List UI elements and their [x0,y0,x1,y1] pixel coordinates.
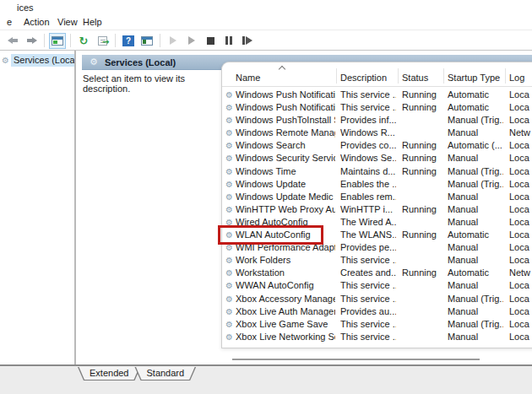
forward-button[interactable] [23,33,40,49]
cell-status: Running [402,267,442,279]
cell-name: Windows Remote Manage... [236,127,335,139]
cell-status: Running [402,203,442,216]
back-arrow-icon [8,37,19,45]
services-emblem-icon: ⚙ [90,57,98,67]
table-row[interactable]: ⚙Windows PushToInstall Serv...Provides i… [222,114,532,127]
cell-log-on-as: Loca [509,331,532,343]
service-gear-icon: ⚙ [225,318,233,331]
show-console-tree-icon [141,36,153,46]
menu-item-help[interactable]: Help [83,17,102,27]
table-row[interactable]: ⚙Windows Update Medic Ser...Enables rem.… [222,191,532,203]
restart-service-button[interactable] [239,33,256,49]
menu-item-view[interactable]: View [57,17,78,27]
pause-service-button[interactable] [220,33,237,49]
refresh-button[interactable]: ↻ [75,33,92,49]
cell-description: The Wired A... [340,216,396,229]
cell-description: Provides au... [340,305,396,318]
back-button[interactable] [4,33,21,49]
cell-name: Xbox Live Game Save [236,318,335,331]
service-gear-icon: ⚙ [225,279,233,292]
service-gear-icon: ⚙ [225,152,233,165]
cell-status: Running [402,229,442,241]
resume-service-button[interactable] [183,33,200,49]
table-row[interactable]: ⚙Windows UpdateEnables the ...Manual (Tr… [222,178,532,191]
cell-name: Windows Update Medic Ser... [236,191,335,203]
table-row[interactable]: ⚙WWAN AutoConfigThis service ...ManualLo… [222,279,532,292]
cell-startup-type: Manual [448,331,503,343]
cell-log-on-as: Loca [509,114,532,127]
menu-item-e[interactable]: e [7,17,12,27]
restart-service-icon [242,36,245,45]
horizontal-scrollbar[interactable] [232,359,480,360]
service-gear-icon: ⚙ [225,191,233,203]
menu-bar: eActionViewHelp [0,15,532,30]
table-row[interactable]: ⚙Work FoldersThis service ...ManualLoca [222,254,532,267]
start-service-button[interactable] [165,33,182,49]
cell-log-on-as: Loca [509,152,532,165]
cell-startup-type: Manual (Trig... [448,165,503,178]
table-row[interactable]: ⚙Xbox Live Networking ServiceThis servic… [222,331,532,343]
cell-name: WWAN AutoConfig [236,279,335,292]
cell-startup-type: Manual [448,279,503,292]
cell-log-on-as: Loca [509,293,532,305]
cell-name: Work Folders [236,254,335,267]
table-row[interactable]: ⚙Windows Remote Manage...Windows R...Man… [222,127,532,139]
toolbar: ↻ → ? [0,31,532,50]
toolbar-separator [70,34,71,47]
cell-log-on-as: Loca [509,216,532,229]
list-header-row: NameDescriptionStatusStartup TypeLog [222,62,532,87]
cell-name: Windows Time [236,165,335,178]
cell-startup-type: Automatic [448,101,503,114]
tree-item-services-local[interactable]: ⚙ Services (Local) [2,53,84,67]
cell-description: Creates and... [340,267,396,279]
show-console-tree-button[interactable] [138,33,155,49]
toolbar-separator [115,34,116,47]
help-icon: ? [122,35,134,46]
table-row[interactable]: ⚙Xbox Accessory Manageme...This service … [222,293,532,305]
table-row[interactable]: ⚙Windows Security ServiceWindows Se...Ru… [222,152,532,165]
tab-label: Extended [90,368,128,378]
column-header-name[interactable]: Name [236,73,335,83]
export-list-button[interactable]: → [94,33,111,49]
table-row[interactable]: ⚙Windows SearchProvides co...RunningAuto… [222,139,532,152]
column-header-description[interactable]: Description [340,73,396,83]
cell-description: WinHTTP i... [340,203,396,216]
cell-status: Running [402,139,442,152]
table-row[interactable]: ⚙Windows TimeMaintains d...RunningManual… [222,165,532,178]
cell-status: Running [402,165,442,178]
cell-startup-type: Manual [448,305,503,318]
cell-startup-type: Manual (Trig... [448,114,503,127]
stop-service-button[interactable] [202,33,219,49]
title-bar: ices [0,0,532,15]
cell-startup-type: Manual (Trig... [448,293,503,305]
table-row[interactable]: ⚙Windows Push Notification...This servic… [222,101,532,114]
console-window-button[interactable] [49,33,66,49]
cell-log-on-as: Loca [509,229,532,241]
table-row[interactable]: ⚙Xbox Live Auth ManagerProvides au...Man… [222,305,532,318]
cell-name: Windows Push Notification... [236,89,335,101]
cell-startup-type: Manual [448,241,503,254]
cell-startup-type: Automatic [448,267,503,279]
service-gear-icon: ⚙ [225,267,233,279]
cell-log-on-as: Loca [509,241,532,254]
cell-name: Windows Security Service [236,152,335,165]
cell-log-on-as: Loca [509,279,532,292]
service-gear-icon: ⚙ [225,293,233,305]
column-header-startup-type[interactable]: Startup Type [448,73,503,83]
help-button[interactable]: ? [120,33,137,49]
table-row[interactable]: ⚙WorkstationCreates and...RunningAutomat… [222,267,532,279]
tab-extended[interactable]: Extended [78,367,140,381]
services-list: NameDescriptionStatusStartup TypeLog ⚙Wi… [221,62,532,348]
column-header-log[interactable]: Log [509,73,532,83]
cell-description: Windows Se... [340,152,396,165]
table-row[interactable]: ⚙Xbox Live Game SaveThis service ...Manu… [222,318,532,331]
cell-name: Xbox Accessory Manageme... [236,293,335,305]
menu-item-action[interactable]: Action [24,17,50,27]
column-separator [398,68,399,84]
tab-standard[interactable]: Standard [134,367,196,381]
column-separator [336,68,337,84]
table-row[interactable]: ⚙WinHTTP Web Proxy Auto-...WinHTTP i...R… [222,203,532,216]
table-row[interactable]: ⚙Windows Push Notification...This servic… [222,89,532,101]
cell-log-on-as: Loca [509,305,532,318]
column-header-status[interactable]: Status [402,73,442,83]
